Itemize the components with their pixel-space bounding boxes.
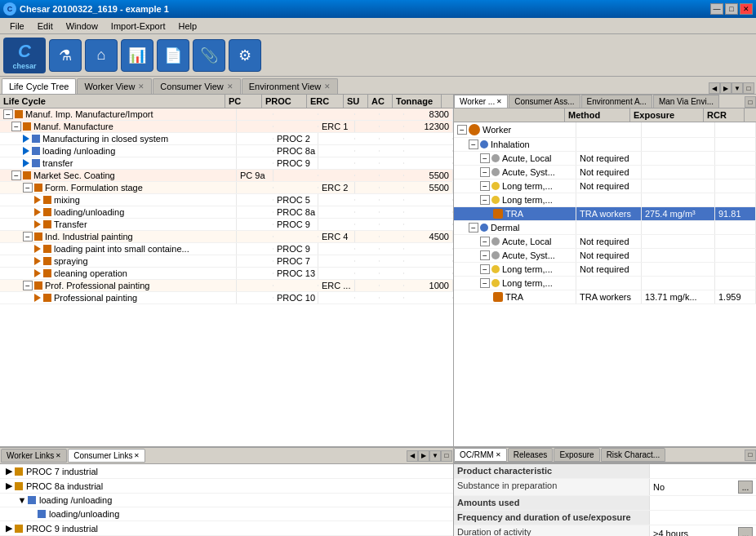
tab-releases[interactable]: Releases xyxy=(508,448,554,462)
tree-row[interactable]: loading/unloading PROC 8a xyxy=(0,206,453,219)
tab-worker-view[interactable]: Worker View ✕ xyxy=(77,78,152,94)
tab-environment-assessment[interactable]: Environment A... xyxy=(581,95,652,108)
tab-consumer-view[interactable]: Consumer View ✕ xyxy=(153,78,240,94)
tree-row[interactable]: − Manuf. Manufacture ERC 1 12300 xyxy=(0,121,453,133)
bottom-list-item[interactable]: loading/unloading xyxy=(0,507,453,521)
collapse-icon[interactable]: − xyxy=(11,122,21,131)
right-row[interactable]: − Long term,... Not required xyxy=(454,179,756,193)
tab-dropdown[interactable]: ▼ xyxy=(732,82,743,94)
collapse-icon[interactable]: − xyxy=(480,153,490,163)
collapse-icon[interactable]: − xyxy=(480,167,490,177)
tree-row[interactable]: − Prof. Professional painting ERC ... 10… xyxy=(0,280,453,292)
right-row[interactable]: − Acute, Syst... Not required xyxy=(454,166,756,179)
menu-edit[interactable]: Edit xyxy=(31,20,60,33)
toolbar-flask-button[interactable]: ⚗ xyxy=(49,39,82,72)
tree-row[interactable]: − Manuf. Imp. Manufacture/Import 8300 xyxy=(0,109,453,121)
tree-row[interactable]: − Ind. Industrial painting ERC 4 4500 xyxy=(0,231,453,243)
toolbar-clip-button[interactable]: 📎 xyxy=(193,39,225,72)
collapse-icon[interactable]: − xyxy=(11,171,21,180)
menu-window[interactable]: Window xyxy=(60,20,105,33)
right-row[interactable]: − Acute, Local Not required xyxy=(454,152,756,166)
tab-maximize[interactable]: □ xyxy=(743,82,754,94)
collapse-icon[interactable]: − xyxy=(480,250,490,260)
prop-edit-button[interactable]: ... xyxy=(738,527,753,536)
tab-scroll-left[interactable]: ◀ xyxy=(709,82,720,94)
collapse-icon[interactable]: − xyxy=(457,125,467,135)
tree-row[interactable]: mixing PROC 5 xyxy=(0,194,453,206)
tree-row[interactable]: cleaning operation PROC 13 xyxy=(0,268,453,280)
tab-lifecycle-tree[interactable]: Life Cycle Tree xyxy=(2,78,76,94)
collapse-icon[interactable]: − xyxy=(480,264,490,274)
collapse-icon[interactable]: − xyxy=(23,281,33,290)
tree-row[interactable]: loading /unloading PROC 8a xyxy=(0,145,453,157)
right-row[interactable]: − Inhalation xyxy=(454,138,756,152)
menu-file[interactable]: File xyxy=(3,20,31,33)
collapse-icon[interactable]: − xyxy=(480,181,490,191)
oc-maximize[interactable]: □ xyxy=(745,450,756,461)
right-tab-maximize[interactable]: □ xyxy=(745,96,756,108)
tree-table[interactable]: Life Cycle PC PROC ERC SU AC Tonnage − M… xyxy=(0,95,453,446)
tree-row[interactable]: spraying PROC 7 xyxy=(0,255,453,268)
collapse-icon[interactable]: − xyxy=(469,223,478,233)
bottom-left-maximize[interactable]: □ xyxy=(441,450,452,462)
menu-help[interactable]: Help xyxy=(171,20,203,33)
maximize-button[interactable]: □ xyxy=(725,3,738,15)
collapse-icon[interactable]: − xyxy=(480,195,490,205)
tree-row[interactable]: Manufacturing in closed system PROC 2 xyxy=(0,133,453,145)
menu-import-export[interactable]: Import-Export xyxy=(105,20,172,33)
toolbar-settings-button[interactable]: ⚙ xyxy=(229,39,261,72)
right-tree[interactable]: − Worker − Inhalation xyxy=(454,122,756,446)
bottom-list-item[interactable]: ▶ PROC 7 industrial xyxy=(0,464,453,479)
prop-edit-button[interactable]: ... xyxy=(738,481,753,494)
right-row[interactable]: − Dermal xyxy=(454,221,756,235)
collapse-icon[interactable]: − xyxy=(480,237,490,246)
bottom-list-item[interactable]: ▼ loading /unloading xyxy=(0,494,453,507)
bottom-list-item[interactable]: ▶ PROC 9 industrial xyxy=(0,521,453,536)
oc-rmm-close[interactable]: ✕ xyxy=(496,451,501,458)
right-row-highlighted[interactable]: TRA TRA workers 275.4 mg/m³ 91.81 xyxy=(454,207,756,221)
collapse-icon[interactable]: − xyxy=(480,278,490,288)
collapse-icon[interactable]: − xyxy=(23,232,33,241)
bottom-left-tree[interactable]: ▶ PROC 7 industrial ▶ PROC 8a industrial… xyxy=(0,464,453,536)
right-row[interactable]: − Long term,... Not required xyxy=(454,263,756,277)
tree-row[interactable]: loading paint into small containe... PRO… xyxy=(0,243,453,255)
worker-links-close[interactable]: ✕ xyxy=(56,452,61,459)
collapse-icon[interactable]: − xyxy=(469,140,478,149)
tab-environment-view-close[interactable]: ✕ xyxy=(324,82,331,91)
tab-environment-view[interactable]: Environment View ✕ xyxy=(242,78,338,94)
bottom-left-scroll-left[interactable]: ◀ xyxy=(407,450,418,462)
consumer-links-close[interactable]: ✕ xyxy=(134,452,140,459)
tab-consumer-links[interactable]: Consumer Links ✕ xyxy=(68,449,145,463)
toolbar-document-button[interactable]: 📄 xyxy=(157,39,189,72)
minimize-button[interactable]: — xyxy=(710,3,723,15)
tab-worker-assessment[interactable]: Worker ... ✕ xyxy=(454,95,508,108)
tab-exposure[interactable]: Exposure xyxy=(554,448,599,462)
collapse-icon[interactable]: − xyxy=(3,109,13,119)
tab-consumer-view-close[interactable]: ✕ xyxy=(227,82,233,91)
tab-worker-close[interactable]: ✕ xyxy=(496,98,502,105)
bottom-left-scroll-right[interactable]: ▶ xyxy=(418,450,429,462)
right-row[interactable]: TRA TRA workers 13.71 mg/k... 1.959 xyxy=(454,290,756,304)
bottom-left-dropdown[interactable]: ▼ xyxy=(429,450,441,462)
tab-risk-charact[interactable]: Risk Charact... xyxy=(601,448,666,462)
toolbar-structure-button[interactable]: ⌂ xyxy=(85,39,118,72)
tree-row[interactable]: − Form. Formulation stage ERC 2 5500 xyxy=(0,182,453,194)
oc-rmm-properties[interactable]: Product characteristic Substance in prep… xyxy=(454,463,756,536)
bottom-list-item[interactable]: ▶ PROC 8a industrial xyxy=(0,479,453,494)
tree-row[interactable]: − Market Sec. Coating PC 9a 5500 xyxy=(0,170,453,182)
tab-consumer-assessment[interactable]: Consumer Ass... xyxy=(509,95,580,108)
right-row[interactable]: − Acute, Local Not required xyxy=(454,235,756,249)
right-row[interactable]: − Long term,... xyxy=(454,277,756,290)
right-row[interactable]: − Worker xyxy=(454,122,756,138)
tree-row[interactable]: Transfer PROC 9 xyxy=(0,219,453,231)
tab-worker-links[interactable]: Worker Links ✕ xyxy=(1,449,67,463)
tab-oc-rmm[interactable]: OC/RMM ✕ xyxy=(454,448,507,462)
tab-worker-view-close[interactable]: ✕ xyxy=(138,82,145,91)
tab-man-via-env[interactable]: Man Via Envi... xyxy=(653,95,719,108)
collapse-icon[interactable]: − xyxy=(23,183,33,193)
tree-row[interactable]: Professional painting PROC 10 xyxy=(0,292,453,304)
right-row[interactable]: − Long term,... xyxy=(454,193,756,207)
tree-row[interactable]: transfer PROC 9 xyxy=(0,157,453,170)
toolbar-chart-button[interactable]: 📊 xyxy=(121,39,153,72)
right-row[interactable]: − Acute, Syst... Not required xyxy=(454,249,756,263)
